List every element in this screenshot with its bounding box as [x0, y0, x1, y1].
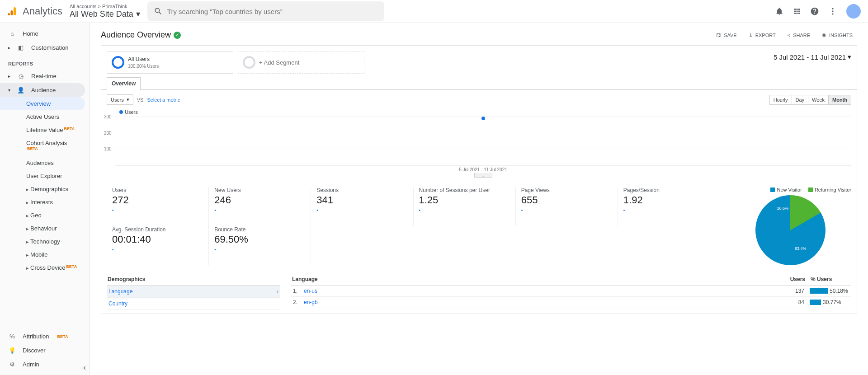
user-avatar[interactable] — [846, 4, 861, 19]
sub-demographics[interactable]: ▸ Demographics — [0, 183, 90, 196]
gear-icon: ⚙ — [8, 361, 16, 368]
share-icon: < — [788, 33, 790, 38]
metric-bounce-rate[interactable]: Bounce Rate69.50%• — [209, 226, 311, 266]
date-range-picker[interactable]: 5 Jul 2021 - 11 Jul 2021▾ — [768, 46, 857, 68]
compare-metric-link[interactable]: Select a metric — [147, 97, 180, 103]
chevron-right-icon: › — [277, 288, 278, 295]
nav-admin[interactable]: ⚙Admin — [0, 357, 90, 371]
sub-lifetime-value[interactable]: Lifetime ValueBETA — [0, 123, 90, 136]
metric-new-users[interactable]: New Users246• — [209, 187, 311, 226]
dropdown-caret-icon: ▾ — [127, 97, 129, 103]
sub-overview[interactable]: Overview — [0, 97, 85, 110]
granularity-toggle: Hourly Day Week Month — [769, 95, 851, 105]
metric-sessions[interactable]: Sessions341• — [311, 187, 413, 226]
share-button[interactable]: <SHARE — [783, 30, 815, 41]
dim-country[interactable]: Country — [107, 298, 280, 310]
add-segment-ring-icon — [243, 56, 255, 69]
pie-chart[interactable]: 16.6% 83.4% — [755, 195, 826, 265]
save-button[interactable]: 🖫SAVE — [712, 30, 741, 41]
sub-user-explorer[interactable]: User Explorer — [0, 169, 90, 183]
lang-row[interactable]: 2.en-gb8430.77% — [291, 297, 851, 308]
svg-rect-0 — [14, 7, 16, 15]
sub-cohort[interactable]: Cohort AnalysisBETA — [0, 136, 90, 156]
notifications-icon[interactable] — [775, 7, 784, 16]
dimensions-header: Demographics — [107, 273, 280, 286]
sub-mobile[interactable]: ▸ Mobile — [0, 248, 90, 261]
col-pct-users: % Users — [805, 276, 850, 282]
legend-dot-icon — [119, 110, 123, 114]
save-icon: 🖫 — [716, 33, 721, 38]
sub-active-users[interactable]: Active Users — [0, 110, 90, 123]
sub-technology[interactable]: ▸ Technology — [0, 235, 90, 248]
reports-section-label: REPORTS — [0, 55, 90, 69]
attribution-icon: ℅ — [8, 333, 16, 340]
lang-link[interactable]: en-gb — [304, 299, 777, 305]
segment-title: All Users — [128, 56, 159, 62]
gran-week[interactable]: Week — [808, 95, 829, 104]
segment-all-users[interactable]: All Users100.00% Users — [107, 51, 233, 74]
account-breadcrumb: All accounts > PrimaThink — [70, 4, 140, 9]
svg-rect-1 — [11, 10, 13, 15]
gran-month[interactable]: Month — [829, 95, 851, 104]
person-icon: 👤 — [17, 87, 25, 94]
home-icon: ⌂ — [8, 30, 16, 37]
chart-series-name: Users — [125, 109, 138, 115]
nav-attribution[interactable]: ℅AttributionBETA — [0, 329, 90, 343]
svg-point-3 — [832, 8, 833, 9]
nav-realtime[interactable]: ▸◷Real-time — [0, 69, 90, 83]
more-icon[interactable] — [828, 7, 837, 16]
dashboard-icon: ◧ — [17, 44, 25, 51]
dropdown-caret-icon: ▾ — [848, 53, 851, 61]
svg-point-2 — [8, 13, 10, 15]
insights-button[interactable]: ◉INSIGHTS — [817, 29, 857, 41]
sub-audiences[interactable]: Audiences — [0, 156, 90, 169]
legend-returning-swatch — [808, 188, 813, 192]
lang-link[interactable]: en-us — [304, 288, 777, 294]
segment-subtitle: 100.00% Users — [128, 64, 159, 69]
metric-users[interactable]: Users272• — [107, 187, 209, 226]
apps-switcher-icon[interactable] — [793, 7, 801, 15]
verified-icon: ✓ — [174, 32, 181, 39]
clock-icon: ◷ — [17, 73, 25, 80]
logo[interactable]: Analytics — [7, 5, 62, 17]
sub-geo[interactable]: ▸ Geo — [0, 209, 90, 222]
gran-hourly[interactable]: Hourly — [770, 95, 792, 104]
metric-avg-session-duration[interactable]: Avg. Session Duration00:01:40• — [107, 226, 209, 266]
gran-day[interactable]: Day — [792, 95, 809, 104]
chart-drag-handle[interactable]: ⌄ — [115, 171, 851, 178]
collapse-sidebar-icon[interactable]: ‹ — [83, 363, 86, 372]
insights-icon: ◉ — [822, 32, 826, 38]
add-segment-button[interactable]: + Add Segment — [238, 51, 364, 74]
lang-row[interactable]: 1.en-us13750.18% — [291, 286, 851, 297]
svg-point-5 — [832, 13, 833, 14]
metric-page-views[interactable]: Page Views655• — [516, 187, 618, 226]
sub-behaviour[interactable]: ▸ Behaviour — [0, 222, 90, 235]
nav-customisation[interactable]: ▸◧Customisation — [0, 41, 90, 55]
nav-discover[interactable]: 💡Discover — [0, 343, 90, 357]
metric-number-of-sessions-per-user[interactable]: Number of Sessions per User1.25• — [414, 187, 516, 226]
dim-language[interactable]: Language› — [107, 286, 280, 298]
add-segment-label: + Add Segment — [259, 59, 299, 66]
analytics-logo-icon — [7, 6, 18, 17]
line-chart[interactable]: 100200300 — [115, 117, 851, 165]
vs-label: VS — [137, 97, 144, 103]
col-language: Language — [292, 276, 778, 282]
search-icon — [154, 7, 163, 16]
col-users: Users — [778, 276, 805, 282]
nav-audience[interactable]: ▾👤Audience — [0, 83, 85, 97]
sub-cross-device[interactable]: ▸ Cross DeviceBETA — [0, 261, 90, 274]
metric-pages-session[interactable]: Pages/Session1.92• — [618, 187, 720, 226]
page-title: Audience Overview — [101, 30, 171, 40]
sidebar: ⌂Home ▸◧Customisation REPORTS ▸◷Real-tim… — [0, 23, 90, 375]
export-button[interactable]: ⤓EXPORT — [744, 29, 780, 41]
data-point[interactable] — [481, 117, 485, 120]
search-input[interactable] — [167, 8, 378, 15]
sub-interests[interactable]: ▸ Interests — [0, 196, 90, 209]
help-icon[interactable] — [810, 7, 819, 16]
nav-home[interactable]: ⌂Home — [0, 27, 90, 41]
brand-text: Analytics — [23, 5, 62, 17]
search-box[interactable] — [147, 1, 384, 21]
account-selector[interactable]: All accounts > PrimaThink All Web Site D… — [70, 4, 140, 19]
tab-overview[interactable]: Overview — [107, 77, 141, 90]
primary-metric-selector[interactable]: Users▾ — [107, 94, 133, 105]
